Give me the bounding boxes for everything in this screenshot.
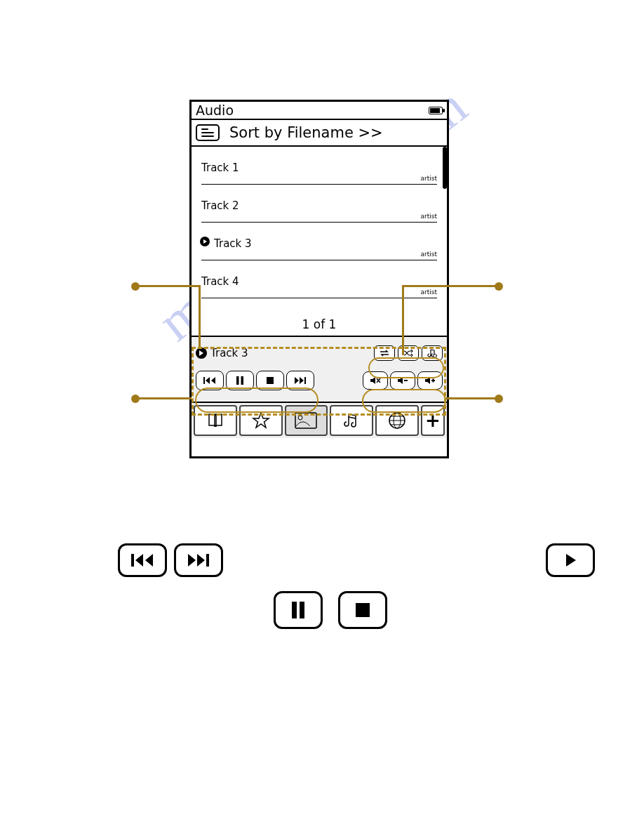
tab-add[interactable]: + xyxy=(421,405,445,436)
svg-rect-7 xyxy=(267,377,274,384)
callout-leader xyxy=(135,397,192,399)
track-artist: artist xyxy=(421,213,437,220)
player-panel: Track 3 i xyxy=(192,336,447,403)
tab-audio[interactable] xyxy=(330,405,373,436)
volume-group xyxy=(363,371,443,390)
svg-rect-31 xyxy=(356,603,370,617)
svg-marker-24 xyxy=(145,554,153,567)
sort-bar: Sort by Filename >> xyxy=(192,120,447,147)
callout-leader xyxy=(135,285,199,287)
doc-previous-button[interactable] xyxy=(118,543,167,577)
track-artist: artist xyxy=(421,175,437,182)
stop-button[interactable] xyxy=(256,371,284,390)
svg-rect-18 xyxy=(295,413,316,428)
device-screen: Audio Sort by Filename >> Track 1 artist… xyxy=(189,100,449,458)
svg-marker-9 xyxy=(300,377,304,384)
volume-down-button[interactable] xyxy=(390,371,415,390)
svg-marker-17 xyxy=(253,413,269,428)
svg-marker-14 xyxy=(425,377,430,384)
doc-next-button[interactable] xyxy=(174,543,223,577)
callout-leader xyxy=(402,285,499,287)
svg-marker-25 xyxy=(188,554,196,567)
svg-marker-26 xyxy=(197,554,205,567)
track-info-button[interactable]: i xyxy=(422,345,443,361)
doc-stop-button[interactable] xyxy=(338,591,387,629)
tab-web[interactable] xyxy=(375,405,419,436)
svg-rect-16 xyxy=(433,379,434,383)
mode-group: i xyxy=(374,345,443,361)
track-name: Track 1 xyxy=(201,161,239,174)
tab-photos[interactable] xyxy=(285,405,328,436)
callout-leader xyxy=(445,397,498,399)
track-name: Track 4 xyxy=(201,275,239,288)
now-playing-label: Track 3 xyxy=(210,347,248,359)
svg-point-19 xyxy=(298,416,302,420)
svg-rect-10 xyxy=(304,377,306,384)
track-list[interactable]: Track 1 artist Track 2 artist Track 3 ar… xyxy=(192,147,447,336)
svg-rect-5 xyxy=(236,376,239,385)
svg-rect-27 xyxy=(206,554,209,567)
battery-icon xyxy=(429,107,443,114)
track-row[interactable]: Track 2 artist xyxy=(201,192,437,230)
scrollbar[interactable] xyxy=(443,147,447,189)
track-artist: artist xyxy=(421,289,437,296)
svg-rect-22 xyxy=(131,554,134,567)
callout-leader xyxy=(199,285,201,348)
doc-play-button[interactable] xyxy=(546,543,595,577)
svg-marker-4 xyxy=(211,377,215,384)
sort-label[interactable]: Sort by Filename >> xyxy=(229,124,383,141)
shuffle-button[interactable] xyxy=(398,345,419,361)
svg-text:i: i xyxy=(434,355,435,358)
track-artist: artist xyxy=(421,251,437,258)
svg-rect-6 xyxy=(241,376,244,385)
track-row[interactable]: Track 1 artist xyxy=(201,154,437,192)
next-button[interactable] xyxy=(286,371,314,390)
play-icon xyxy=(196,348,207,359)
tab-library[interactable] xyxy=(194,405,237,436)
svg-marker-23 xyxy=(135,554,143,567)
app-bar: + xyxy=(192,403,447,438)
track-list-button[interactable] xyxy=(196,124,220,141)
callout-leader xyxy=(402,285,404,355)
track-name: Track 2 xyxy=(201,199,239,212)
pause-button[interactable] xyxy=(226,371,254,390)
tab-favorites[interactable] xyxy=(239,405,283,436)
svg-marker-8 xyxy=(295,377,299,384)
playback-group xyxy=(196,371,314,390)
track-name: Track 3 xyxy=(214,237,252,250)
svg-marker-28 xyxy=(566,554,576,567)
doc-pause-button[interactable] xyxy=(274,591,323,629)
svg-rect-29 xyxy=(292,602,297,618)
app-title: Audio xyxy=(196,102,234,118)
now-playing-icon xyxy=(200,237,210,246)
title-bar: Audio xyxy=(192,102,447,120)
mute-button[interactable] xyxy=(363,371,388,390)
repeat-button[interactable] xyxy=(374,345,395,361)
track-row[interactable]: Track 3 artist xyxy=(201,230,437,267)
svg-rect-13 xyxy=(404,380,408,381)
svg-marker-3 xyxy=(206,377,210,384)
svg-rect-2 xyxy=(203,377,205,384)
svg-marker-11 xyxy=(370,377,375,384)
svg-marker-12 xyxy=(398,377,403,384)
previous-button[interactable] xyxy=(196,371,224,390)
volume-up-button[interactable] xyxy=(417,371,443,390)
svg-rect-30 xyxy=(300,602,304,618)
pager: 1 of 1 xyxy=(192,317,447,331)
